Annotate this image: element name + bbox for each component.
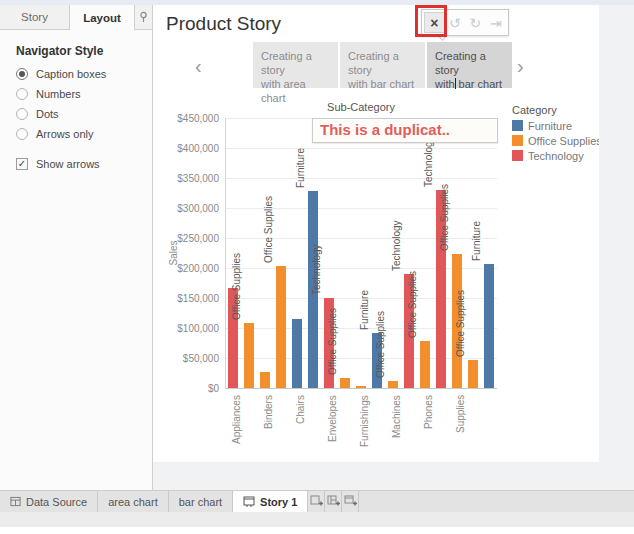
legend-item-furniture[interactable]: Furniture [512, 119, 572, 132]
gridline [225, 178, 497, 179]
legend-item-office-supplies[interactable]: Office Supplies [512, 134, 599, 147]
legend-label: Office Supplies [528, 135, 599, 147]
bar-bookcases[interactable] [292, 319, 302, 388]
sheet-tab-label: Data Source [26, 496, 87, 508]
navigator-style-options: Caption boxesNumbersDotsArrows only [0, 64, 152, 144]
gridline [225, 148, 497, 149]
bar-tables[interactable] [484, 264, 494, 388]
caption-text: with [435, 78, 455, 90]
story-point-caption-1[interactable]: Creating a storywith area chart [253, 42, 338, 88]
caption-line: with bar chart [435, 77, 506, 91]
story-icon [243, 496, 255, 507]
caption-line: Creating a story [261, 49, 332, 77]
bar-labels[interactable] [388, 381, 398, 388]
new-worksheet-icon [310, 493, 323, 511]
caption-text: bar chart [456, 78, 502, 90]
story-canvas: Product Story ‹ Creating a storywith are… [153, 5, 599, 462]
x-tick-label-machines: Machines [391, 395, 403, 438]
x-tick-label-chairs: Chairs [295, 395, 307, 424]
y-tick-label: $250,000 [159, 233, 219, 244]
radio-label: Numbers [36, 88, 81, 100]
sheet-tab-bar: Data Sourcearea chartbar chartStory 1 [0, 490, 634, 512]
new-dashboard-icon [327, 493, 340, 511]
radio-icon [16, 128, 28, 140]
mark-label-storage: Office Supplies [439, 184, 451, 251]
caption-line: Creating a story [435, 49, 506, 77]
y-tick-label: $100,000 [159, 323, 219, 334]
mark-label-machines: Technology [391, 220, 403, 271]
bar-appliances[interactable] [244, 323, 254, 388]
new-dashboard-button[interactable] [325, 491, 342, 512]
y-tick-label: $200,000 [159, 263, 219, 274]
undo-button[interactable]: ↺ [445, 12, 465, 33]
caption-line: with bar chart [348, 77, 419, 91]
mark-label-chairs: Furniture [295, 148, 307, 188]
story-point-caption-2[interactable]: Creating a storywith bar chart [340, 42, 425, 88]
y-axis-line [225, 118, 226, 388]
chart-annotation[interactable]: This is a duplicat.. [312, 118, 498, 143]
navigator-style-title: Navigator Style [16, 44, 152, 58]
radio-label: Dots [36, 108, 59, 120]
gridline [225, 388, 497, 389]
show-arrows-option[interactable]: ✓ Show arrows [16, 158, 152, 170]
legend-label: Furniture [528, 120, 572, 132]
chart-title: Sub-Category [225, 101, 497, 113]
bar-envelopes[interactable] [340, 378, 350, 388]
new-worksheet-button[interactable] [308, 491, 325, 512]
sheet-tab-story-1[interactable]: Story 1 [233, 491, 308, 512]
revert-button[interactable]: ⇥ [486, 12, 506, 33]
radio-option-dots[interactable]: Dots [16, 104, 152, 124]
redo-icon: ↻ [469, 15, 481, 31]
y-tick-label: $50,000 [159, 353, 219, 364]
main-area: Story Layout Navigator Style Caption box… [0, 5, 634, 490]
bar-fasteners[interactable] [356, 386, 366, 388]
sheet-tab-area-chart[interactable]: area chart [98, 491, 169, 512]
x-tick-label-supplies: Supplies [455, 395, 467, 433]
radio-option-numbers[interactable]: Numbers [16, 84, 152, 104]
prev-story-point-arrow[interactable]: ‹ [195, 55, 202, 78]
radio-option-arrows-only[interactable]: Arrows only [16, 124, 152, 144]
tab-layout-label: Layout [83, 12, 121, 24]
y-tick-label: $450,000 [159, 113, 219, 124]
highlight-box [415, 5, 447, 37]
status-bar [0, 512, 634, 527]
layout-pane-content: Navigator Style Caption boxesNumbersDots… [0, 30, 152, 170]
tab-story[interactable]: Story [0, 5, 70, 30]
new-story-icon [344, 493, 357, 511]
next-story-point-arrow[interactable]: › [517, 55, 524, 78]
mark-label-phones: Technology [423, 136, 435, 187]
bar-paper[interactable] [420, 341, 430, 388]
radio-label: Arrows only [36, 128, 93, 140]
show-arrows-label: Show arrows [36, 158, 100, 170]
redo-button[interactable]: ↻ [465, 12, 485, 33]
annotation-text: This is a duplicat.. [320, 121, 450, 138]
sheet-tab-data-source[interactable]: Data Source [0, 491, 98, 512]
checkbox-icon: ✓ [16, 158, 28, 170]
y-tick-label: $150,000 [159, 293, 219, 304]
story-point-caption-3[interactable]: Creating a storywith bar chart [427, 42, 512, 88]
radio-label: Caption boxes [36, 68, 106, 80]
radio-option-caption-boxes[interactable]: Caption boxes [16, 64, 152, 84]
mark-label-labels: Office Supplies [375, 311, 387, 378]
sheet-tab-label: area chart [108, 496, 158, 508]
legend-title: Category [512, 104, 557, 116]
mark-label-paper: Office Supplies [407, 271, 419, 338]
y-tick-label: $0 [159, 383, 219, 394]
bar-binders[interactable] [276, 266, 286, 388]
y-tick-label: $400,000 [159, 143, 219, 154]
x-tick-label-furnishings: Furnishings [359, 395, 371, 447]
mark-label-appliances: Office Supplies [231, 253, 243, 320]
legend-swatch [512, 120, 523, 131]
undo-icon: ↺ [449, 15, 461, 31]
mark-label-furnishings: Furniture [359, 290, 371, 330]
pane-collapse-button[interactable] [135, 5, 152, 30]
revert-icon: ⇥ [490, 15, 502, 31]
radio-icon [16, 68, 28, 80]
bar-art[interactable] [260, 372, 270, 388]
sheet-tab-bar-chart[interactable]: bar chart [169, 491, 233, 512]
legend-item-technology[interactable]: Technology [512, 149, 584, 162]
new-story-button[interactable] [342, 491, 359, 512]
story-pane: Story Layout Navigator Style Caption box… [0, 5, 153, 490]
tab-layout[interactable]: Layout [70, 5, 135, 30]
bar-supplies[interactable] [468, 360, 478, 388]
